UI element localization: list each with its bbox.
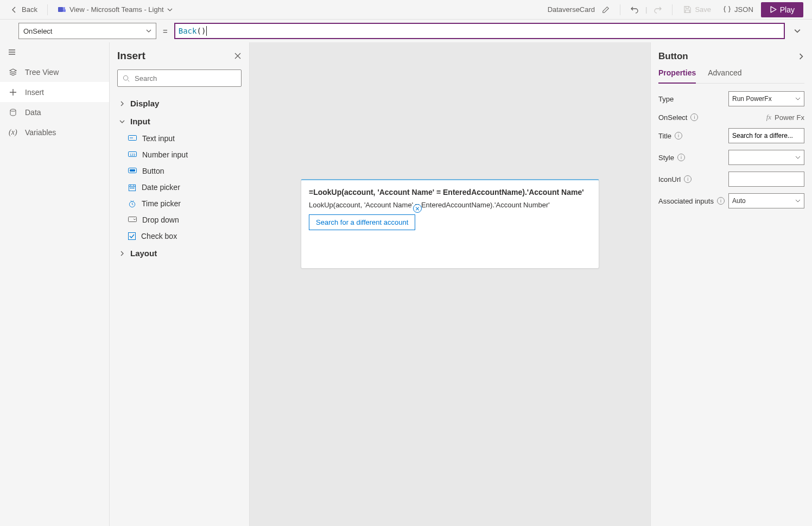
prop-type-label: Type (658, 95, 674, 103)
arrow-left-icon (10, 5, 18, 14)
svg-rect-0 (58, 7, 63, 12)
layers-icon (9, 68, 17, 77)
category-display[interactable]: Display (117, 94, 242, 112)
formula-input[interactable]: Back() (174, 23, 785, 39)
prop-title-input[interactable] (728, 128, 804, 143)
insert-search-input[interactable] (135, 74, 237, 83)
formula-bar: OnSelect = Back() (0, 20, 812, 42)
close-icon (234, 52, 242, 60)
dropdown-icon (128, 217, 137, 223)
info-icon[interactable]: i (690, 113, 698, 121)
svg-rect-2 (63, 9, 66, 12)
undo-icon (630, 5, 639, 14)
chevron-right-icon (119, 251, 125, 256)
insert-text-input[interactable]: Text input (117, 130, 242, 147)
top-bar: Back View - Microsoft Teams - Light Data… (0, 0, 812, 20)
tab-advanced[interactable]: Advanced (708, 68, 741, 83)
save-button: Save (679, 3, 715, 16)
design-canvas[interactable]: =LookUp(account, 'Account Name' = Entere… (250, 42, 650, 526)
rail-hamburger[interactable] (0, 42, 109, 62)
tab-properties[interactable]: Properties (658, 68, 696, 84)
text-input-icon (128, 135, 137, 142)
json-button[interactable]: JSON (719, 3, 758, 16)
undo-button[interactable] (627, 2, 642, 17)
svg-rect-13 (133, 187, 134, 188)
category-input[interactable]: Input (117, 112, 242, 130)
svg-text:123: 123 (130, 153, 136, 156)
insert-heading: Insert (117, 50, 145, 62)
hamburger-icon (8, 48, 16, 56)
teams-icon (58, 5, 66, 14)
rail-item-insert[interactable]: Insert (0, 82, 109, 102)
variables-icon: (x) (9, 128, 17, 137)
insert-button[interactable]: Button (117, 163, 242, 179)
chevron-right-icon[interactable] (798, 53, 804, 60)
card-title-text[interactable]: =LookUp(account, 'Account Name' = Entere… (309, 188, 591, 197)
prop-iconurl-label: IconUrli (658, 175, 692, 183)
redo-button (650, 2, 665, 17)
chevron-right-icon (119, 101, 125, 106)
theme-switcher[interactable]: View - Microsoft Teams - Light (53, 3, 177, 16)
svg-point-3 (10, 109, 16, 111)
prop-onselect-label: OnSelecti (658, 113, 698, 122)
properties-panel: Button Properties Advanced Type Run Powe… (650, 42, 812, 526)
close-panel-button[interactable] (234, 52, 242, 60)
back-label: Back (22, 5, 37, 14)
rail-item-data[interactable]: Data (0, 102, 109, 122)
prop-title-label: Titlei (658, 132, 682, 140)
insert-time-picker[interactable]: Time picker (117, 195, 242, 212)
svg-rect-16 (129, 233, 136, 240)
selection-indicator-icon[interactable] (413, 204, 422, 213)
number-input-icon: 123 (128, 151, 137, 158)
info-icon[interactable]: i (717, 197, 725, 205)
chevron-down-icon (794, 28, 801, 34)
insert-search[interactable] (117, 69, 242, 87)
card-name: DataverseCard (548, 2, 613, 17)
prop-type-select[interactable]: Run PowerFx (728, 91, 804, 106)
chevron-down-icon (119, 119, 125, 124)
insert-date-picker[interactable]: Date picker (117, 179, 242, 195)
save-icon (683, 5, 692, 14)
card-action-button[interactable]: Search for a different account (309, 214, 415, 230)
edit-name-icon[interactable] (598, 2, 613, 17)
redo-icon (654, 5, 662, 14)
search-icon (122, 74, 130, 83)
chevron-down-icon (146, 28, 151, 34)
insert-checkbox[interactable]: Check box (117, 228, 242, 244)
prop-assoc-select[interactable]: Auto (728, 193, 804, 208)
database-icon (9, 108, 17, 117)
insert-panel: Insert Display Input Text input 123 Numb… (110, 42, 250, 526)
formula-expand[interactable] (790, 23, 804, 39)
button-icon (128, 168, 137, 174)
play-icon (770, 6, 777, 13)
property-select[interactable]: OnSelect (18, 23, 156, 39)
theme-label: View - Microsoft Teams - Light (69, 5, 164, 14)
chevron-down-icon (795, 198, 801, 204)
insert-dropdown[interactable]: Drop down (117, 212, 242, 228)
prop-style-select[interactable] (728, 150, 804, 165)
prop-iconurl-input[interactable] (728, 172, 804, 187)
info-icon[interactable]: i (675, 132, 682, 140)
svg-rect-9 (130, 169, 135, 172)
clock-icon (128, 200, 136, 208)
prop-onselect-value[interactable]: fx Power Fx (766, 113, 804, 122)
insert-number-input[interactable]: 123 Number input (117, 147, 242, 163)
play-button[interactable]: Play (761, 2, 803, 17)
chevron-down-icon (167, 7, 173, 12)
rail-item-tree[interactable]: Tree View (0, 62, 109, 82)
chevron-down-icon (795, 96, 801, 102)
svg-rect-11 (130, 187, 131, 188)
back-button[interactable]: Back (5, 3, 42, 16)
chevron-down-icon (795, 155, 801, 160)
svg-rect-12 (132, 187, 133, 188)
category-layout[interactable]: Layout (117, 244, 242, 262)
info-icon[interactable]: i (684, 175, 692, 183)
rail-item-variables[interactable]: (x) Variables (0, 122, 109, 142)
left-rail: Tree View Insert Data (x) Variables (0, 42, 110, 526)
info-icon[interactable]: i (677, 154, 685, 161)
plus-icon (9, 88, 17, 97)
svg-point-4 (123, 75, 128, 80)
card-subtitle-text[interactable]: LookUp(account, 'Account Name' = Entered… (309, 201, 591, 209)
fx-icon: fx (766, 113, 771, 122)
card-preview[interactable]: =LookUp(account, 'Account Name' = Entere… (301, 179, 599, 269)
